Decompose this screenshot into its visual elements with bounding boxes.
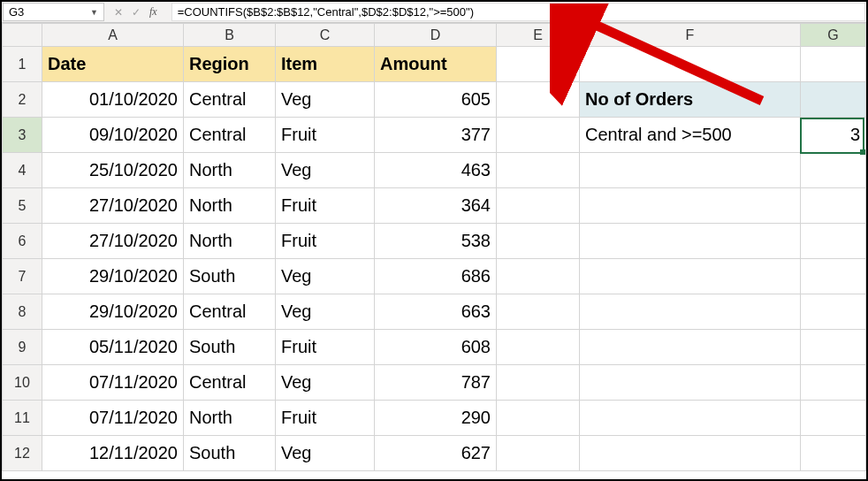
- cell[interactable]: [497, 294, 580, 330]
- cell[interactable]: 663: [375, 294, 497, 330]
- cell[interactable]: 09/10/2020: [42, 118, 184, 153]
- cell[interactable]: [580, 294, 801, 330]
- cell[interactable]: 290: [375, 401, 497, 436]
- col-header-E[interactable]: E: [497, 24, 580, 47]
- fx-icon[interactable]: fx: [149, 5, 163, 19]
- cell[interactable]: Central: [184, 365, 276, 401]
- cell[interactable]: Fruit: [276, 330, 375, 365]
- cell[interactable]: North: [184, 401, 276, 436]
- cell[interactable]: South: [184, 436, 276, 471]
- cell[interactable]: North: [184, 224, 276, 259]
- cell[interactable]: Veg: [276, 259, 375, 294]
- cell[interactable]: [497, 436, 580, 471]
- row-header[interactable]: 8: [3, 294, 42, 330]
- select-all-corner[interactable]: [3, 24, 42, 47]
- cell[interactable]: 27/10/2020: [42, 224, 184, 259]
- row-header[interactable]: 2: [3, 82, 42, 118]
- cell[interactable]: [801, 436, 866, 471]
- cell[interactable]: Region: [184, 47, 276, 82]
- col-header-A[interactable]: A: [42, 24, 184, 47]
- cell[interactable]: 627: [375, 436, 497, 471]
- cell[interactable]: [801, 294, 866, 330]
- cell[interactable]: Veg: [276, 436, 375, 471]
- cell[interactable]: Veg: [276, 153, 375, 188]
- cell[interactable]: [580, 330, 801, 365]
- cell[interactable]: [801, 82, 866, 118]
- cell[interactable]: 05/11/2020: [42, 330, 184, 365]
- cell[interactable]: 686: [375, 259, 497, 294]
- cell[interactable]: Amount: [375, 47, 497, 82]
- row-header[interactable]: 12: [3, 436, 42, 471]
- cell[interactable]: [580, 365, 801, 401]
- cell[interactable]: 27/10/2020: [42, 188, 184, 224]
- cell[interactable]: [801, 47, 866, 82]
- cell[interactable]: 25/10/2020: [42, 153, 184, 188]
- cell[interactable]: Date: [42, 47, 184, 82]
- cell[interactable]: [580, 436, 801, 471]
- cell[interactable]: [497, 188, 580, 224]
- cell[interactable]: 29/10/2020: [42, 294, 184, 330]
- formula-input[interactable]: =COUNTIFS($B$2:$B$12,"Central",$D$2:$D$1…: [171, 3, 865, 21]
- cell[interactable]: South: [184, 330, 276, 365]
- cell[interactable]: Fruit: [276, 224, 375, 259]
- cell[interactable]: Fruit: [276, 188, 375, 224]
- cell[interactable]: Central: [184, 82, 276, 118]
- cell[interactable]: [801, 365, 866, 401]
- row-header[interactable]: 7: [3, 259, 42, 294]
- cell[interactable]: 07/11/2020: [42, 365, 184, 401]
- cell-active[interactable]: 3: [801, 118, 866, 153]
- cell[interactable]: 07/11/2020: [42, 401, 184, 436]
- row-header[interactable]: 3: [3, 118, 42, 153]
- row-header[interactable]: 11: [3, 401, 42, 436]
- cell[interactable]: [580, 401, 801, 436]
- cell[interactable]: 605: [375, 82, 497, 118]
- name-box[interactable]: G3 ▼: [3, 3, 104, 21]
- cell[interactable]: [801, 153, 866, 188]
- row-header[interactable]: 5: [3, 188, 42, 224]
- cell[interactable]: [497, 259, 580, 294]
- cell[interactable]: 364: [375, 188, 497, 224]
- cell[interactable]: [497, 330, 580, 365]
- cancel-icon[interactable]: ✕: [114, 6, 123, 19]
- cell[interactable]: North: [184, 153, 276, 188]
- cell[interactable]: Item: [276, 47, 375, 82]
- cell[interactable]: [801, 259, 866, 294]
- enter-icon[interactable]: ✓: [132, 6, 141, 19]
- cell[interactable]: [801, 188, 866, 224]
- row-header[interactable]: 9: [3, 330, 42, 365]
- col-header-C[interactable]: C: [276, 24, 375, 47]
- row-header[interactable]: 1: [3, 47, 42, 82]
- cell[interactable]: [497, 47, 580, 82]
- cell[interactable]: 29/10/2020: [42, 259, 184, 294]
- cell[interactable]: Fruit: [276, 118, 375, 153]
- cell[interactable]: 01/10/2020: [42, 82, 184, 118]
- cell[interactable]: 608: [375, 330, 497, 365]
- row-header[interactable]: 10: [3, 365, 42, 401]
- cell[interactable]: [497, 365, 580, 401]
- cell[interactable]: [580, 259, 801, 294]
- cell[interactable]: No of Orders: [580, 82, 801, 118]
- cell[interactable]: North: [184, 188, 276, 224]
- cell[interactable]: [580, 224, 801, 259]
- cell[interactable]: [801, 224, 866, 259]
- chevron-down-icon[interactable]: ▼: [90, 8, 98, 17]
- cell[interactable]: [580, 153, 801, 188]
- cell[interactable]: 538: [375, 224, 497, 259]
- cell[interactable]: [497, 224, 580, 259]
- cell[interactable]: [497, 153, 580, 188]
- cell[interactable]: 787: [375, 365, 497, 401]
- col-header-G[interactable]: G: [801, 24, 866, 47]
- cell[interactable]: 463: [375, 153, 497, 188]
- cell[interactable]: Central: [184, 118, 276, 153]
- cell[interactable]: Central: [184, 294, 276, 330]
- cell[interactable]: [801, 330, 866, 365]
- cell[interactable]: Fruit: [276, 401, 375, 436]
- col-header-F[interactable]: F: [580, 24, 801, 47]
- cell[interactable]: 12/11/2020: [42, 436, 184, 471]
- spreadsheet-grid[interactable]: A B C D E F G 1 Date Region Item Amount: [2, 23, 866, 479]
- col-header-B[interactable]: B: [184, 24, 276, 47]
- row-header[interactable]: 6: [3, 224, 42, 259]
- cell[interactable]: [580, 47, 801, 82]
- cell[interactable]: [497, 82, 580, 118]
- cell[interactable]: [497, 118, 580, 153]
